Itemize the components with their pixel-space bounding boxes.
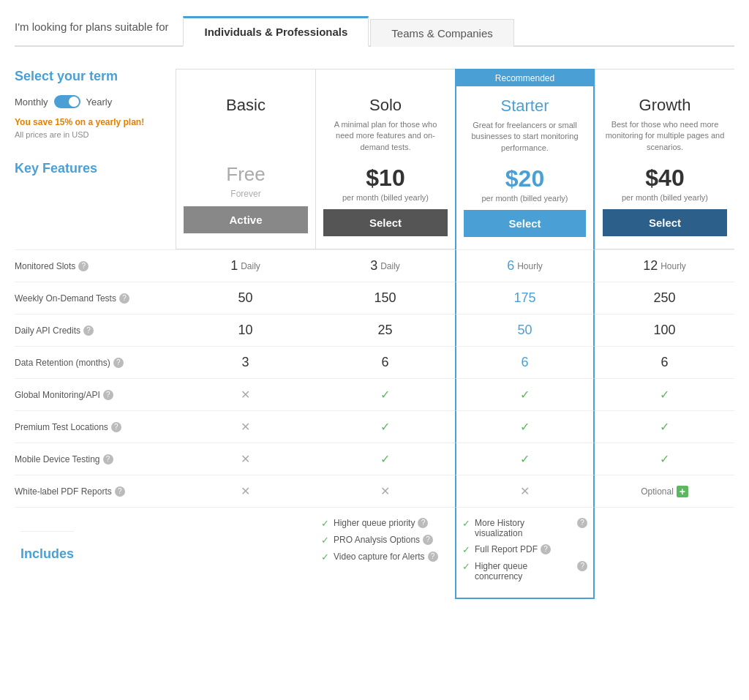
monthly-label: Monthly — [15, 97, 48, 108]
data-retention-label: Data Retention (months) — [15, 358, 110, 368]
feature-mobile-starter: ✓ — [455, 443, 595, 475]
includes-label: Includes — [20, 531, 74, 576]
includes-starter-3-text: Higher queue concurrency — [475, 561, 574, 582]
global-monitoring-help-icon[interactable]: ? — [103, 390, 113, 400]
plan-price-sub-basic: Forever — [176, 189, 315, 199]
usd-note: All prices are in USD — [15, 130, 168, 139]
plan-header-growth: Growth Best for those who need more moni… — [595, 69, 734, 249]
check-icon-mobile-growth: ✓ — [660, 452, 669, 466]
feature-retention-basic: 3 — [176, 346, 315, 378]
plan-header-starter: Recommended Starter Great for freelancer… — [455, 69, 595, 249]
check-icon-starter-1: ✓ — [462, 518, 470, 529]
check-icon-global-growth: ✓ — [660, 388, 669, 402]
toggle-row: Monthly Yearly — [15, 95, 168, 108]
header-section: I'm looking for plans suitable for Indiv… — [15, 15, 734, 47]
recommended-badge: Recommended — [456, 70, 593, 86]
plan-header-solo: Solo A minimal plan for those who need m… — [315, 69, 455, 249]
optional-label: Optional — [641, 486, 674, 497]
plan-name-starter: Starter — [464, 97, 586, 116]
feature-mobile-solo: ✓ — [315, 443, 455, 475]
feature-monitored-solo: 3 Daily — [315, 249, 455, 282]
plan-header-basic: Basic Free Forever Active — [176, 69, 315, 249]
feature-global-solo: ✓ — [315, 378, 455, 410]
includes-starter-3-help[interactable]: ? — [577, 561, 587, 571]
cross-icon-whitelabel-basic: ✕ — [241, 484, 250, 498]
includes-solo-2-help[interactable]: ? — [423, 535, 433, 545]
plan-price-sub-starter: per month (billed yearly) — [456, 194, 593, 203]
monitored-slots-label: Monitored Slots — [15, 261, 75, 271]
optional-row: Optional + — [641, 486, 688, 497]
select-term-title: Select your term — [15, 69, 168, 84]
plan-price-growth: $40 — [595, 165, 734, 192]
cross-icon-whitelabel-starter: ✕ — [520, 484, 530, 498]
tabs: Individuals & Professionals Teams & Comp… — [183, 15, 515, 45]
check-icon-global-starter: ✓ — [520, 388, 530, 402]
plan-desc-starter: Great for freelancers or small businesse… — [456, 120, 593, 161]
looking-for-label: I'm looking for plans suitable for — [15, 20, 168, 40]
includes-item-solo-1: ✓ Higher queue priority ? — [321, 518, 449, 529]
includes-item-solo-3: ✓ Video capture for Alerts ? — [321, 552, 449, 562]
feature-premium-growth: ✓ — [595, 410, 734, 443]
includes-starter-2-help[interactable]: ? — [541, 544, 551, 554]
includes-item-solo-2: ✓ PRO Analysis Options ? — [321, 535, 449, 546]
check-icon-premium-starter: ✓ — [520, 420, 530, 434]
monitored-val-solo: 3 — [370, 258, 377, 274]
monitored-freq-solo: Daily — [380, 261, 400, 271]
monitored-slots-help-icon[interactable]: ? — [78, 261, 89, 271]
plan-desc-growth: Best for those who need more monitoring … — [595, 119, 734, 160]
api-credits-help-icon[interactable]: ? — [83, 325, 94, 336]
savings-note: You save 15% on a yearly plan! — [15, 117, 168, 127]
feature-global-basic: ✕ — [176, 378, 315, 410]
cross-icon-premium-basic: ✕ — [241, 420, 250, 434]
mobile-testing-label: Mobile Device Testing — [15, 454, 100, 464]
weekly-val-growth: 250 — [653, 290, 675, 306]
feature-whitelabel-basic: ✕ — [176, 475, 315, 507]
yearly-label: Yearly — [86, 97, 113, 108]
mobile-testing-help-icon[interactable]: ? — [103, 454, 113, 464]
feature-mobile-basic: ✕ — [176, 443, 315, 475]
includes-solo-1-help[interactable]: ? — [418, 518, 428, 528]
weekly-tests-help-icon[interactable]: ? — [119, 293, 129, 304]
includes-basic — [176, 507, 315, 599]
retention-val-starter: 6 — [521, 355, 528, 370]
feature-global-starter: ✓ — [455, 378, 595, 410]
active-button-basic[interactable]: Active — [184, 206, 308, 233]
monitored-val-basic: 1 — [230, 258, 238, 274]
whitelabel-pdf-help-icon[interactable]: ? — [115, 486, 125, 497]
data-retention-help-icon[interactable]: ? — [113, 358, 124, 368]
cross-icon-global-basic: ✕ — [241, 388, 250, 402]
tab-individuals[interactable]: Individuals & Professionals — [183, 16, 369, 47]
select-button-growth[interactable]: Select — [603, 209, 727, 236]
includes-starter-1-help[interactable]: ? — [577, 518, 587, 528]
feature-monitored-starter: 6 Hourly — [455, 249, 595, 282]
cross-icon-mobile-basic: ✕ — [241, 452, 250, 466]
monitored-freq-growth: Hourly — [660, 261, 686, 271]
monitored-val-starter: 6 — [507, 258, 514, 274]
check-icon-mobile-solo: ✓ — [380, 452, 390, 466]
cross-icon-whitelabel-solo: ✕ — [380, 484, 390, 498]
feature-label-data-retention: Data Retention (months) ? — [15, 346, 176, 378]
includes-growth — [595, 507, 734, 599]
select-button-starter[interactable]: Select — [464, 210, 586, 237]
tab-teams[interactable]: Teams & Companies — [370, 19, 513, 47]
feature-mobile-growth: ✓ — [595, 443, 734, 475]
premium-locations-help-icon[interactable]: ? — [111, 422, 121, 432]
optional-plus-icon[interactable]: + — [677, 486, 688, 497]
includes-solo-3-help[interactable]: ? — [428, 552, 438, 562]
global-monitoring-label: Global Monitoring/API — [15, 390, 100, 400]
plan-name-growth: Growth — [603, 96, 727, 115]
feature-label-global-monitoring: Global Monitoring/API ? — [15, 378, 176, 410]
plan-desc-solo: A minimal plan for those who need more f… — [316, 119, 455, 160]
feature-retention-solo: 6 — [315, 346, 455, 378]
feature-premium-solo: ✓ — [315, 410, 455, 443]
check-icon-solo-1: ✓ — [321, 518, 329, 529]
feature-label-api-credits: Daily API Credits ? — [15, 314, 176, 346]
plan-price-solo: $10 — [316, 165, 455, 192]
select-button-solo[interactable]: Select — [323, 209, 448, 236]
includes-starter: ✓ More History visualization ? ✓ Full Re… — [455, 507, 595, 599]
feature-premium-basic: ✕ — [176, 410, 315, 443]
check-icon-premium-growth: ✓ — [660, 420, 669, 434]
billing-toggle[interactable] — [54, 95, 80, 108]
plan-price-basic: Free — [176, 163, 315, 186]
includes-item-starter-1: ✓ More History visualization ? — [462, 518, 587, 538]
